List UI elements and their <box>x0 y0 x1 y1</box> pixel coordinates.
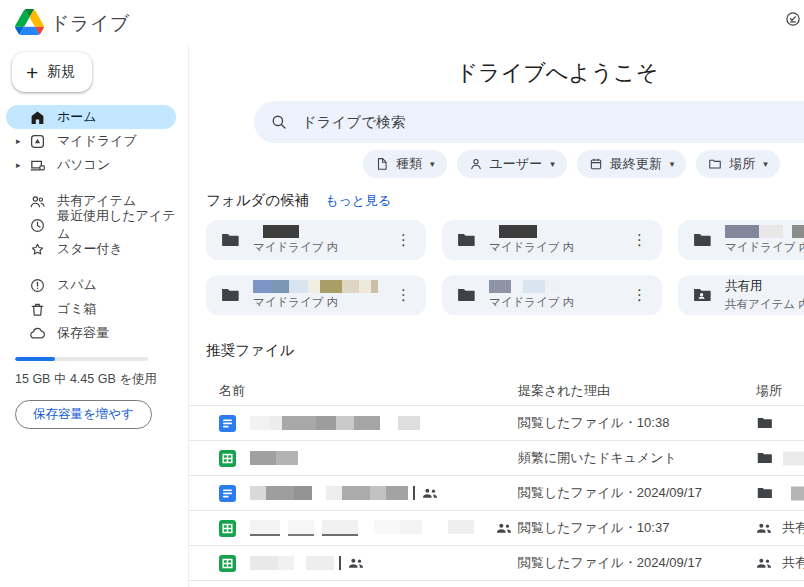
folder-outline-icon <box>708 157 722 171</box>
column-header-location[interactable]: 場所 <box>756 382 782 400</box>
folder-icon <box>756 450 773 467</box>
file-location[interactable]: 共有ア <box>756 554 804 572</box>
shared-folder-card[interactable]: 共有用 共有アイテム 内 ⋮ <box>678 275 804 315</box>
redacted-text <box>783 451 804 465</box>
redacted-text <box>250 486 408 500</box>
file-row[interactable]: 閲覧したファイル・2024/09/17 共有ア <box>189 546 804 581</box>
folder-card-text: マイドライブ 内 <box>725 225 804 255</box>
offline-check-circle-icon[interactable] <box>785 11 801 27</box>
folder-card-text: マイドライブ 内 <box>489 280 574 310</box>
file-icon <box>375 157 389 171</box>
sidebar-item-recent[interactable]: 最近使用したアイテム <box>6 213 176 237</box>
file-row[interactable]: 閲覧したファイル・10:37 共有ア <box>189 511 804 546</box>
filter-chips: 種類 ▾ ユーザー ▾ <box>363 150 780 178</box>
sidebar-item-label: スター付き <box>57 240 123 258</box>
sidebar-item-starred[interactable]: スター付き <box>6 237 176 261</box>
redacted-text <box>250 451 298 465</box>
suggested-folders-header: フォルダの候補 もっと見る <box>206 191 391 210</box>
shared-people-icon <box>496 522 512 534</box>
sidebar-item-label: パソコン <box>57 156 110 174</box>
folder-card-subtitle: 共有アイテム 内 <box>725 297 804 312</box>
sidebar-item-computers[interactable]: ▸ パソコン <box>6 153 176 177</box>
storage-usage-text: 15 GB 中 4.45 GB を使用 <box>15 371 188 388</box>
file-location[interactable] <box>756 415 773 432</box>
show-more-link[interactable]: もっと見る <box>325 192 391 210</box>
more-options-icon[interactable]: ⋮ <box>391 286 416 304</box>
folder-icon <box>756 485 773 502</box>
column-header-name[interactable]: 名前 <box>219 382 245 400</box>
folder-shared-icon <box>692 285 712 305</box>
folder-card-text: マイドライブ 内 <box>489 225 574 255</box>
sidebar-item-my-drive[interactable]: ▸ マイドライブ <box>6 129 176 153</box>
search-input[interactable] <box>300 113 804 131</box>
more-options-icon[interactable]: ⋮ <box>391 231 416 249</box>
shared-people-icon <box>756 522 772 534</box>
folder-card[interactable]: マイドライブ 内 ⋮ <box>442 220 662 260</box>
sidebar-item-label: スパム <box>57 276 97 294</box>
drive-logo-icon <box>15 9 44 35</box>
redacted-text <box>499 225 574 238</box>
google-sheets-icon <box>219 555 236 572</box>
google-sheets-icon <box>219 520 236 537</box>
person-icon <box>469 157 483 171</box>
folder-card-subtitle: マイドライブ 内 <box>725 240 804 255</box>
redacted-text <box>263 225 338 238</box>
more-options-icon[interactable]: ⋮ <box>627 231 652 249</box>
filter-chip-type[interactable]: 種類 ▾ <box>363 150 447 178</box>
welcome-title: ドライブへようこそ <box>189 58 804 88</box>
folder-card-subtitle: マイドライブ 内 <box>253 240 338 255</box>
file-location[interactable]: 共有ア <box>756 519 804 537</box>
filter-chip-location[interactable]: 場所 ▾ <box>696 150 780 178</box>
google-docs-icon <box>219 485 236 502</box>
more-options-icon[interactable]: ⋮ <box>627 286 652 304</box>
redacted-text <box>250 556 334 570</box>
file-row[interactable]: 閲覧したファイル・10:38 <box>189 406 804 441</box>
file-location[interactable] <box>756 485 804 502</box>
redacted-text <box>339 556 341 570</box>
sidebar-item-spam[interactable]: スパム <box>6 273 176 297</box>
folder-card-subtitle: マイドライブ 内 <box>253 295 378 310</box>
chevron-down-icon: ▾ <box>670 159 675 169</box>
app-title: ドライブ <box>50 11 130 37</box>
chevron-down-icon: ▾ <box>550 159 555 169</box>
chevron-down-icon: ▾ <box>430 159 435 169</box>
column-header-reason[interactable]: 提案された理由 <box>518 382 610 400</box>
folder-icon <box>456 285 476 305</box>
new-button[interactable]: + 新規 <box>12 52 92 92</box>
filter-chip-modified[interactable]: 最終更新 ▾ <box>577 150 687 178</box>
redacted-text <box>250 520 474 536</box>
folder-icon <box>220 230 240 250</box>
file-row[interactable]: 閲覧したファイル・2024/09/17 <box>189 476 804 511</box>
filter-chip-people[interactable]: ユーザー ▾ <box>457 150 567 178</box>
folder-card-subtitle: マイドライブ 内 <box>489 295 574 310</box>
folder-card-text: マイドライブ 内 <box>253 280 378 310</box>
file-reason: 閲覧したファイル・10:38 <box>518 414 669 432</box>
calendar-icon <box>589 157 603 171</box>
shared-people-icon <box>348 557 364 569</box>
folder-card[interactable]: マイドライブ 内 ⋮ <box>678 220 804 260</box>
my-drive-icon <box>29 133 46 150</box>
search-bar[interactable] <box>254 101 804 143</box>
folder-card[interactable]: マイドライブ 内 ⋮ <box>206 275 426 315</box>
folder-card[interactable]: マイドライブ 内 ⋮ <box>206 220 426 260</box>
people-icon <box>29 193 46 210</box>
google-drive-window: ドライブ + 新規 ホーム ▸ <box>0 0 804 587</box>
folder-card-text: マイドライブ 内 <box>253 225 338 255</box>
folder-card[interactable]: マイドライブ 内 ⋮ <box>442 275 662 315</box>
folder-icon <box>756 415 773 432</box>
main-panel: ドライブへようこそ 種類 ▾ <box>188 45 804 587</box>
sidebar-item-trash[interactable]: ゴミ箱 <box>6 297 176 321</box>
redacted-text <box>253 280 378 293</box>
sidebar-item-storage[interactable]: 保存容量 <box>6 321 176 345</box>
spam-icon <box>29 277 46 294</box>
search-icon[interactable] <box>270 113 288 131</box>
expand-caret-icon[interactable]: ▸ <box>16 136 21 146</box>
buy-storage-button[interactable]: 保存容量を増やす <box>15 400 152 429</box>
file-row[interactable]: 頻繁に開いたドキュメント <box>189 441 804 476</box>
home-icon <box>29 109 46 126</box>
sidebar-item-label: ゴミ箱 <box>57 300 97 318</box>
expand-caret-icon[interactable]: ▸ <box>16 160 21 170</box>
folder-card-name: 共有用 <box>725 278 804 295</box>
file-location[interactable] <box>756 450 804 467</box>
sidebar-item-home[interactable]: ホーム <box>6 105 176 129</box>
